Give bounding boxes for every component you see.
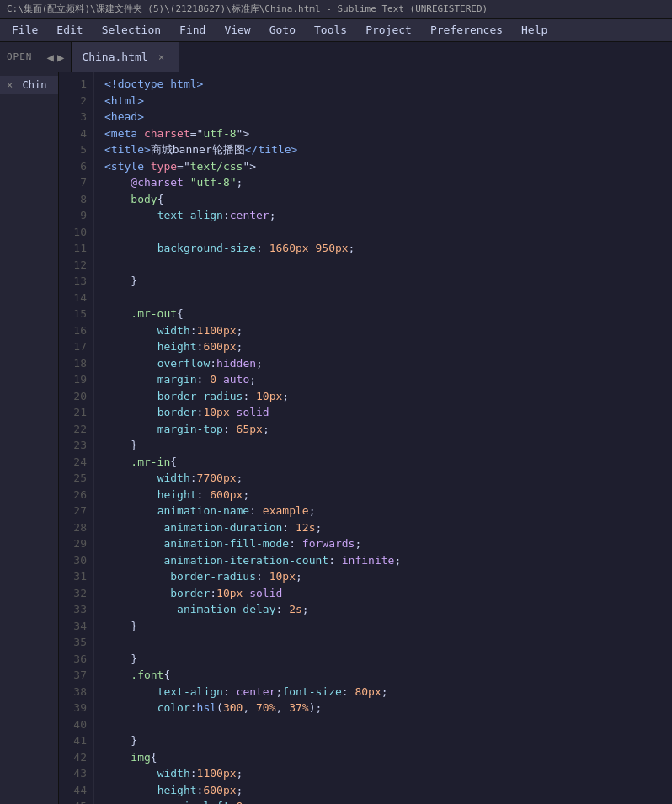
line-num-22: 22 <box>62 421 87 438</box>
line-num-31: 31 <box>62 568 87 585</box>
line-num-28: 28 <box>62 519 87 536</box>
code-line-26: height: 600px; <box>104 487 672 503</box>
line-num-39: 39 <box>62 700 87 716</box>
line-num-6: 6 <box>62 158 87 175</box>
line-num-19: 19 <box>62 371 87 388</box>
code-line-35 <box>104 634 672 651</box>
line-num-40: 40 <box>62 716 87 733</box>
menu-project[interactable]: Project <box>357 21 420 39</box>
code-line-31: border-radius: 10px; <box>104 568 672 585</box>
title-text: C:\集面(配立频料)\课建文件夹 (5)\(21218627)\标准库\Chi… <box>7 3 488 15</box>
menu-bar: File Edit Selection Find View Goto Tools… <box>0 19 672 42</box>
code-line-11: background-size: 1660px 950px; <box>104 240 672 257</box>
code-line-16: width:1100px; <box>104 322 672 339</box>
line-num-18: 18 <box>62 355 87 372</box>
menu-goto[interactable]: Goto <box>261 21 304 39</box>
code-line-7: @charset "utf-8"; <box>104 174 672 191</box>
line-num-30: 30 <box>62 552 87 569</box>
line-num-23: 23 <box>62 437 87 454</box>
code-area[interactable]: 1 2 3 4 5 6 7 8 9 10 11 12 13 14 15 16 1… <box>59 72 672 804</box>
code-line-42: img{ <box>104 749 672 766</box>
code-content[interactable]: <!doctype html> <html> <head> <meta char… <box>94 72 672 804</box>
menu-preferences[interactable]: Preferences <box>422 21 511 39</box>
line-num-43: 43 <box>62 765 87 782</box>
code-line-6: <style type="text/css"> <box>104 158 672 175</box>
sidebar-item-china[interactable]: × Chin <box>0 76 58 94</box>
code-line-37: .font{ <box>104 667 672 684</box>
menu-help[interactable]: Help <box>513 21 556 39</box>
line-num-3: 3 <box>62 109 87 125</box>
code-line-1: <!doctype html> <box>104 76 672 93</box>
code-line-22: margin-top: 65px; <box>104 421 672 438</box>
line-num-13: 13 <box>62 273 87 290</box>
open-label: OPEN <box>0 42 40 72</box>
line-num-38: 38 <box>62 684 87 700</box>
code-line-17: height:600px; <box>104 338 672 355</box>
nav-left-icon[interactable]: ◀ <box>45 51 56 64</box>
tab-close-button[interactable]: × <box>155 51 168 64</box>
code-line-45: margin-left:0; <box>104 798 672 804</box>
line-num-37: 37 <box>62 667 87 684</box>
line-num-41: 41 <box>62 732 87 749</box>
line-num-35: 35 <box>62 634 87 651</box>
code-line-39: color:hsl(300, 70%, 37%); <box>104 700 672 716</box>
nav-right-icon[interactable]: ▶ <box>56 51 66 64</box>
code-line-36: } <box>104 651 672 668</box>
line-numbers: 1 2 3 4 5 6 7 8 9 10 11 12 13 14 15 16 1… <box>59 72 94 804</box>
sidebar: × Chin <box>0 72 59 804</box>
line-num-34: 34 <box>62 618 87 635</box>
code-line-12 <box>104 257 672 274</box>
line-num-7: 7 <box>62 174 87 191</box>
code-line-21: border:10px solid <box>104 404 672 421</box>
menu-find[interactable]: Find <box>171 21 214 39</box>
tab-label: China.html <box>82 51 147 63</box>
code-line-38: text-align: center;font-size: 80px; <box>104 684 672 700</box>
line-num-1: 1 <box>62 76 87 93</box>
code-line-27: animation-name: example; <box>104 503 672 519</box>
line-num-21: 21 <box>62 404 87 421</box>
menu-edit[interactable]: Edit <box>48 21 91 39</box>
code-line-2: <html> <box>104 93 672 109</box>
line-num-9: 9 <box>62 207 87 224</box>
menu-view[interactable]: View <box>216 21 259 39</box>
code-line-5: <title>商城banner轮播图</title> <box>104 141 672 158</box>
code-line-9: text-align:center; <box>104 207 672 224</box>
code-line-4: <meta charset="utf-8"> <box>104 125 672 142</box>
line-num-32: 32 <box>62 585 87 602</box>
line-num-26: 26 <box>62 487 87 503</box>
title-bar: C:\集面(配立频料)\课建文件夹 (5)\(21218627)\标准库\Chi… <box>0 0 672 19</box>
code-line-30: animation-iteration-count: infinite; <box>104 552 672 569</box>
code-line-34: } <box>104 618 672 635</box>
code-line-41: } <box>104 732 672 749</box>
line-num-4: 4 <box>62 125 87 142</box>
line-num-12: 12 <box>62 257 87 274</box>
line-num-10: 10 <box>62 224 87 241</box>
menu-tools[interactable]: Tools <box>306 21 355 39</box>
code-line-32: border:10px solid <box>104 585 672 602</box>
line-num-42: 42 <box>62 749 87 766</box>
sidebar-close-icon[interactable]: × <box>7 79 13 91</box>
line-num-44: 44 <box>62 782 87 799</box>
sidebar-item-label: Chin <box>22 79 46 91</box>
code-line-25: width:7700px; <box>104 470 672 487</box>
code-line-18: overflow:hidden; <box>104 355 672 372</box>
code-line-3: <head> <box>104 109 672 125</box>
code-line-20: border-radius: 10px; <box>104 388 672 405</box>
line-num-25: 25 <box>62 470 87 487</box>
code-line-10 <box>104 224 672 241</box>
tab-china-html[interactable]: China.html × <box>72 42 179 72</box>
code-line-44: height:600px; <box>104 782 672 799</box>
editor-area: × Chin 1 2 3 4 5 6 7 8 9 10 11 12 13 14 … <box>0 72 672 804</box>
nav-arrows: ◀ ▶ <box>40 42 72 72</box>
line-num-11: 11 <box>62 240 87 257</box>
line-num-8: 8 <box>62 191 87 208</box>
line-num-14: 14 <box>62 290 87 306</box>
code-line-19: margin: 0 auto; <box>104 371 672 388</box>
menu-selection[interactable]: Selection <box>93 21 169 39</box>
line-num-24: 24 <box>62 454 87 471</box>
line-num-16: 16 <box>62 322 87 339</box>
menu-file[interactable]: File <box>3 21 46 39</box>
code-line-13: } <box>104 273 672 290</box>
code-line-24: .mr-in{ <box>104 454 672 471</box>
line-num-27: 27 <box>62 503 87 519</box>
